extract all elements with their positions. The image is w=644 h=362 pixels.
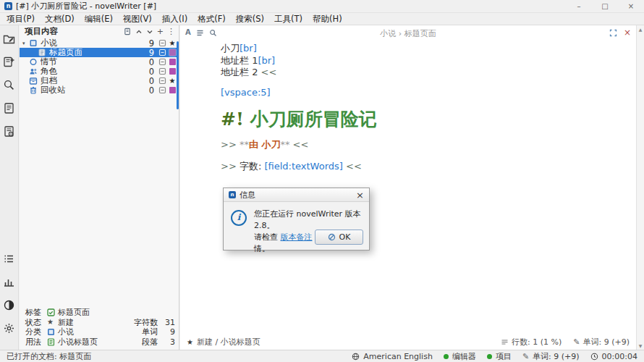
active-checkbox-icon[interactable] <box>158 58 168 66</box>
info-dialog: n 信息 × i 您正在运行 novelWriter 版本 2.8。 请检查 版… <box>223 188 370 251</box>
status-star-icon: ★ <box>187 338 193 346</box>
language-globe-icon <box>352 353 360 361</box>
build-manuscript-icon[interactable] <box>3 125 15 138</box>
panel-menu-kebab-icon[interactable]: ⋮ <box>167 28 175 35</box>
tool-sidebar <box>0 25 19 350</box>
session-timer[interactable]: 00:00:04 <box>590 352 637 361</box>
count-value: 3 <box>158 337 175 347</box>
menu-search[interactable]: 搜索(S) <box>231 14 269 25</box>
dialog-title-bar[interactable]: n 信息 × <box>224 188 369 202</box>
usage-doc-icon <box>47 338 58 346</box>
focus-mode-icon[interactable] <box>609 29 617 37</box>
outline-view-icon[interactable] <box>3 102 15 114</box>
close-document-icon[interactable]: × <box>624 28 631 37</box>
editor-status: 编辑器 <box>444 351 476 362</box>
details-list-icon[interactable] <box>3 253 15 265</box>
menu-document[interactable]: 文档(D) <box>40 14 80 25</box>
pen-icon: ✎ <box>522 352 529 361</box>
project-panel-title: 项目内容 <box>25 26 58 37</box>
line-count[interactable]: 行数: 1 (1 %) <box>501 337 562 348</box>
menu-project[interactable]: 项目(P) <box>1 14 40 25</box>
editor-scrollbar[interactable]: ▲ ▼ <box>636 25 644 350</box>
archive-icon <box>29 77 38 85</box>
project-tree-icon[interactable] <box>3 33 15 45</box>
document-details-panel: 标签 标题页面 状态 ★ 新建 字符数 31 分类 小说 单词 9 用法 <box>25 308 175 347</box>
count-value: 31 <box>158 318 175 327</box>
tree-scrollbar[interactable] <box>177 41 179 109</box>
quick-links-icon[interactable] <box>124 28 132 35</box>
tree-item-label: 回收站 <box>41 85 141 96</box>
maximize-button[interactable]: □ <box>592 0 618 12</box>
menu-bar: 项目(P) 文档(D) 编辑(E) 视图(V) 插入(I) 格式(F) 搜索(S… <box>0 13 644 25</box>
breadcrumb: 小说 › 标题页面 <box>180 28 636 39</box>
doc-outline-icon[interactable] <box>196 29 204 37</box>
detail-row-usage: 用法 小说标题页 段落 3 <box>25 337 175 348</box>
add-item-icon[interactable]: + <box>157 28 164 35</box>
status-star-icon: ★ <box>47 319 58 326</box>
close-button[interactable]: × <box>618 0 644 12</box>
field-tag: [field:textWords] <box>264 161 342 172</box>
novel-view-icon[interactable] <box>3 56 15 68</box>
plot-icon <box>29 58 38 66</box>
menu-insert[interactable]: 插入(I) <box>157 14 192 25</box>
count-value: 9 <box>158 327 175 337</box>
open-document-status: 已打开的文档: 标题页面 <box>7 351 91 362</box>
dialog-title: 信息 <box>240 190 255 201</box>
active-checkbox-icon[interactable] <box>158 39 168 47</box>
scroll-down-icon[interactable]: ▼ <box>637 343 644 348</box>
minimize-button[interactable]: – <box>566 0 592 12</box>
editor-header: 小说 › 标题页面 A × <box>180 25 636 40</box>
text-line: 地址栏 1[br] <box>221 55 625 67</box>
status-star-icon: ★ <box>168 77 177 85</box>
tree-item-trash[interactable]: 回收站 0 <box>20 85 179 95</box>
detail-row-label: 标签 标题页面 <box>25 308 175 318</box>
trash-icon <box>29 86 38 94</box>
active-checkbox-icon[interactable] <box>158 67 168 75</box>
dialog-body: i 您正在运行 novelWriter 版本 2.8。 请检查 版本备注 了解更… <box>224 202 369 255</box>
menu-view[interactable]: 视图(V) <box>118 14 157 25</box>
editor-status-dot <box>444 354 449 359</box>
menu-help[interactable]: 帮助(H) <box>308 14 347 25</box>
editor-search-icon[interactable] <box>209 29 217 37</box>
status-bar: 已打开的文档: 标题页面 American English 编辑器 项目 ✎ 单… <box>0 350 644 362</box>
title-bar: n [#] 小刀厕所冒险记 - novelWriter [#] – □ × <box>0 0 644 13</box>
pen-icon: ✎ <box>573 337 580 347</box>
dialog-close-icon[interactable]: × <box>356 190 364 200</box>
tree-item-count: 9 <box>141 38 154 49</box>
expander-icon[interactable]: ▾ <box>22 41 29 46</box>
window-title: [#] 小刀厕所冒险记 - novelWriter [#] <box>16 1 156 12</box>
settings-gear-icon[interactable] <box>3 322 15 334</box>
menu-tools[interactable]: 工具(T) <box>269 14 308 25</box>
writing-stats-icon[interactable] <box>3 276 15 288</box>
importance-flag-icon <box>168 67 177 77</box>
detail-key: 用法 <box>25 337 47 348</box>
move-down-icon[interactable] <box>146 28 153 35</box>
project-status: 项目 <box>487 351 512 362</box>
format-toolbar-icon[interactable]: A <box>185 29 191 36</box>
menu-edit[interactable]: 编辑(E) <box>80 14 118 25</box>
editor-text-area[interactable]: 小刀[br] 地址栏 1[br] 地址栏 2 << [vspace:5] #! … <box>221 43 625 172</box>
tree-item-count: 0 <box>141 76 154 86</box>
theme-toggle-icon[interactable] <box>3 299 15 311</box>
br-tag: [br] <box>258 55 275 66</box>
session-words[interactable]: ✎ 单词: 9 (+9) <box>522 351 580 362</box>
novel-root-icon <box>29 39 38 47</box>
menu-format[interactable]: 格式(F) <box>192 14 231 25</box>
word-count[interactable]: ✎ 单词: 9 (+9) <box>573 337 630 348</box>
spell-language[interactable]: American English <box>352 352 433 361</box>
scroll-up-icon[interactable]: ▲ <box>637 27 644 32</box>
byline: >> **由 小刀** << <box>221 139 625 151</box>
project-status-dot <box>487 354 492 359</box>
move-up-icon[interactable] <box>135 28 143 35</box>
active-checkbox-icon[interactable] <box>158 77 168 85</box>
search-icon[interactable] <box>3 79 15 91</box>
active-checkbox-icon[interactable] <box>158 49 168 56</box>
release-notes-link[interactable]: 版本备注 <box>281 232 313 242</box>
importance-flag-icon <box>168 57 177 67</box>
info-icon: i <box>231 210 247 226</box>
editor-doc-status[interactable]: 新建 / 小说标题页 <box>197 337 260 348</box>
document-title-line: #! 小刀厕所冒险记 <box>221 108 625 130</box>
text-line: 小刀[br] <box>221 43 625 55</box>
ok-button[interactable]: OK <box>315 230 363 245</box>
active-checkbox-icon[interactable] <box>158 86 168 94</box>
